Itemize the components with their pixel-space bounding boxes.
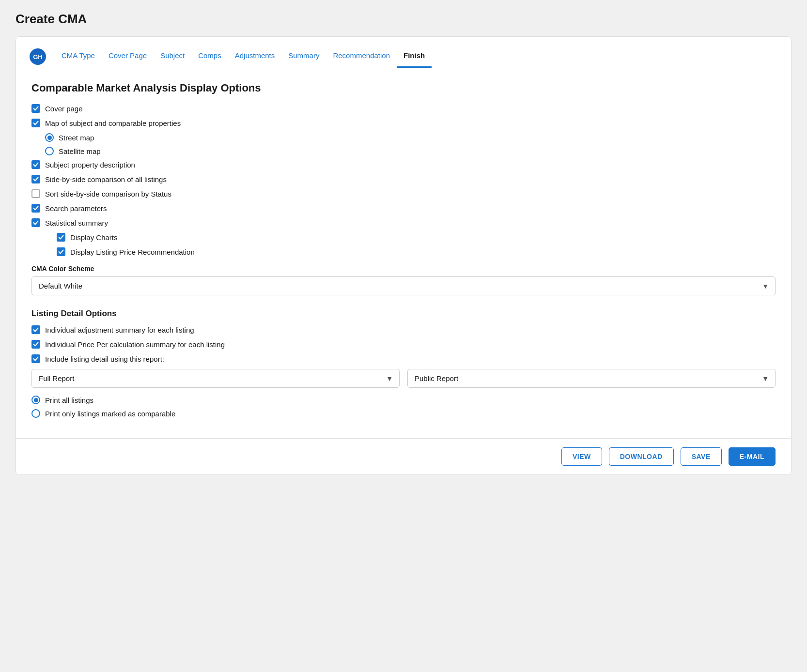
checkbox-map-box[interactable] [31,119,40,127]
report-type-select-wrapper: Full Report Summary Report Detail Report… [31,369,400,388]
radio-satellite-map-button[interactable] [45,147,54,155]
tab-subject[interactable]: Subject [154,46,191,68]
page-title: Create CMA [16,12,791,27]
radio-print-comparable-label: Print only listings marked as comparable [45,410,175,418]
tab-cover-page[interactable]: Cover Page [102,46,154,68]
tab-comps[interactable]: Comps [191,46,228,68]
radio-satellite-map-label: Satellite map [59,147,101,155]
report-visibility-select[interactable]: Public Report Private Report Agent Repor… [407,369,776,388]
checkbox-display-listing-price-box[interactable] [57,247,65,256]
checkbox-search-params[interactable]: Search parameters [31,204,776,213]
checkbox-search-params-label: Search parameters [45,204,107,213]
save-button[interactable]: SAVE [681,447,722,466]
view-button[interactable]: VIEW [561,447,602,466]
checkbox-statistical-summary-box[interactable] [31,218,40,227]
radio-print-comparable-button[interactable] [31,409,40,418]
checkbox-price-per-label: Individual Price Per calculation summary… [45,340,225,349]
tab-recommendation[interactable]: Recommendation [326,46,397,68]
report-visibility-select-wrapper: Public Report Private Report Agent Repor… [407,369,776,388]
checkbox-include-listing[interactable]: Include listing detail using this report… [31,354,776,363]
radio-street-map-label: Street map [59,134,94,142]
report-type-select[interactable]: Full Report Summary Report Detail Report [31,369,400,388]
color-scheme-select-wrapper: Default White Classic Blue Modern Gray ▼ [31,276,776,295]
download-button[interactable]: DOWNLOAD [609,447,674,466]
radio-street-map-button[interactable] [45,133,54,142]
radio-print-all-button[interactable] [31,396,40,404]
checkbox-statistical-summary-label: Statistical summary [45,219,108,227]
checkbox-subject-desc[interactable]: Subject property description [31,160,776,169]
radio-street-map[interactable]: Street map [45,133,776,142]
checkbox-statistical-summary[interactable]: Statistical summary [31,218,776,227]
checkbox-include-listing-box[interactable] [31,354,40,363]
checkbox-search-params-box[interactable] [31,204,40,213]
checkbox-include-listing-label: Include listing detail using this report… [45,355,164,363]
checkbox-adj-summary-label: Individual adjustment summary for each l… [45,326,194,334]
checkbox-display-charts[interactable]: Display Charts [57,233,776,242]
checkbox-map[interactable]: Map of subject and comparable properties [31,119,776,127]
color-scheme-label: CMA Color Scheme [31,265,776,273]
checkbox-map-label: Map of subject and comparable properties [45,119,181,127]
checkbox-display-listing-price[interactable]: Display Listing Price Recommendation [57,247,776,256]
listing-options-title: Listing Detail Options [31,309,776,319]
tab-cma-type[interactable]: CMA Type [55,46,102,68]
checkbox-display-listing-price-label: Display Listing Price Recommendation [70,248,195,256]
checkbox-cover-page-box[interactable] [31,104,40,113]
checkbox-adj-summary-box[interactable] [31,325,40,334]
radio-print-all-label: Print all listings [45,396,93,404]
email-button[interactable]: E-MAIL [729,447,776,466]
checkbox-side-by-side[interactable]: Side-by-side comparison of all listings [31,175,776,183]
checkbox-display-charts-label: Display Charts [70,233,118,242]
checkbox-price-per[interactable]: Individual Price Per calculation summary… [31,340,776,349]
tab-adjustments[interactable]: Adjustments [228,46,282,68]
checkbox-subject-desc-label: Subject property description [45,161,135,169]
footer: VIEW DOWNLOAD SAVE E-MAIL [16,438,791,474]
checkbox-adj-summary[interactable]: Individual adjustment summary for each l… [31,325,776,334]
checkbox-cover-page-label: Cover page [45,105,83,113]
checkbox-sort-side-by-side[interactable]: Sort side-by-side comparison by Status [31,189,776,198]
checkbox-cover-page[interactable]: Cover page [31,104,776,113]
checkbox-subject-desc-box[interactable] [31,160,40,169]
avatar: GH [30,48,46,65]
radio-print-comparable[interactable]: Print only listings marked as comparable [31,409,776,418]
tab-finish[interactable]: Finish [397,46,432,68]
checkbox-sort-side-by-side-box[interactable] [31,189,40,198]
radio-satellite-map[interactable]: Satellite map [45,147,776,155]
nav-bar: GH CMA Type Cover Page Subject Comps Adj… [16,37,791,68]
checkbox-display-charts-box[interactable] [57,233,65,242]
radio-print-all[interactable]: Print all listings [31,396,776,404]
checkbox-side-by-side-label: Side-by-side comparison of all listings [45,175,167,183]
display-options-title: Comparable Market Analysis Display Optio… [31,82,776,94]
color-scheme-select[interactable]: Default White Classic Blue Modern Gray [31,276,776,295]
checkbox-sort-side-by-side-label: Sort side-by-side comparison by Status [45,190,171,198]
checkbox-side-by-side-box[interactable] [31,175,40,183]
checkbox-price-per-box[interactable] [31,340,40,349]
tab-summary[interactable]: Summary [281,46,326,68]
